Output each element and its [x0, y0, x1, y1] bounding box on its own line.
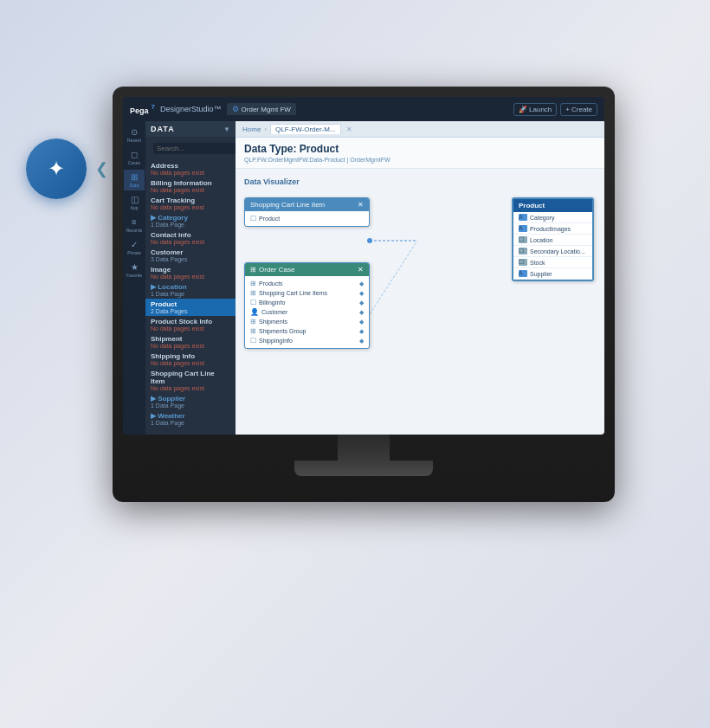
shipping-info-link-icon: ◆ — [359, 338, 364, 345]
order-case-close-icon[interactable]: ✕ — [358, 266, 364, 274]
breadcrumb-close[interactable]: ✕ — [346, 126, 352, 133]
sidebar-item-weather[interactable]: ▶ Weather 1 Data Page — [145, 410, 236, 428]
item-name-location: ▶ Location — [151, 283, 230, 291]
order-case-icon: ⊞ — [250, 266, 256, 274]
images-icon: A — [519, 225, 527, 232]
nav-tab-order[interactable]: ⚙ Order Mgmt FW — [227, 103, 296, 115]
sidebar-item-address[interactable]: Address No data pages exist — [145, 160, 236, 177]
page-header: Data Type: Product QLP.FW.OrderMgmtFW.Da… — [236, 138, 604, 169]
item-name-billing: Billing Information — [151, 179, 230, 187]
shopping-icon: ⊞ — [250, 289, 256, 297]
sidebar-item-contact[interactable]: Contact Info No data pages exist — [145, 229, 236, 247]
plus-icon: + — [565, 106, 570, 113]
supplier-label: Supplier — [530, 271, 552, 277]
sidebar-item-billing[interactable]: Billing Information No data pages exist — [145, 177, 236, 195]
sidebar-item-image[interactable]: Image No data pages exist — [145, 264, 236, 281]
shopping-link-icon: ◆ — [359, 290, 364, 297]
data-icon: ⊞ — [131, 172, 138, 182]
order-case-box: ⊞ Order Case ✕ ⊞ Products ◆ — [244, 262, 370, 349]
logo: Pega 7 — [130, 103, 155, 115]
item-name-shopping-cart: Shopping Cart Line Item — [151, 370, 230, 385]
sidebar-item-private[interactable]: ✓ Private — [124, 237, 145, 258]
shopping-cart-box-body: ☐ Product — [245, 211, 369, 226]
item-name-product: Product — [151, 300, 230, 308]
page-wrapper: ✦ ❮ Pega 7 DesignerStudio™ ⚙ Order Mgmt … — [0, 0, 710, 728]
order-case-title: Order Case — [259, 266, 358, 274]
shipments-link-icon: ◆ — [359, 319, 364, 325]
customer-link-icon: ◆ — [359, 309, 364, 316]
app-label: App — [131, 205, 139, 210]
monitor-stand-base — [294, 461, 433, 476]
create-button[interactable]: + Create — [560, 103, 597, 116]
hub-circle: ✦ — [26, 139, 87, 199]
item-name-customer: Customer — [151, 248, 230, 256]
sidebar-item-customer[interactable]: Customer 3 Data Pages — [145, 247, 236, 264]
private-icon: ✓ — [131, 240, 138, 249]
launch-button[interactable]: 🚀 Launch — [513, 103, 557, 116]
hub-icon: ✦ — [48, 157, 65, 181]
sidebar-item-shopping-cart[interactable]: Shopping Cart Line Item No data pages ex… — [145, 368, 236, 393]
location-icon: ☐ — [519, 236, 527, 243]
item-sub-billing: No data pages exist — [151, 187, 230, 193]
favorite-label: Favorite — [126, 273, 142, 278]
item-name-category: ▶ Category — [151, 214, 230, 222]
shipping-info-icon: ☐ — [250, 337, 256, 345]
recent-label: Recent — [127, 138, 141, 143]
app-icon: ◫ — [131, 195, 139, 204]
billing-label: BillingInfo — [259, 300, 285, 306]
shipments-icon: ⊞ — [250, 318, 256, 325]
item-name-cart-tracking: Cart Tracking — [151, 196, 230, 204]
product-box: Product A Category A ProductImages — [512, 197, 594, 281]
shopping-cart-box-title: Shopping Cart Line Item — [250, 201, 325, 209]
sidebar-item-data[interactable]: ⊞ Data — [124, 170, 145, 190]
order-case-row-shipments-group: ⊞ Shipments Group ◆ — [250, 326, 364, 336]
shopping-cart-box: Shopping Cart Line Item ✕ ☐ Product — [244, 197, 370, 227]
svg-line-2 — [370, 241, 417, 314]
sidebar-item-shipping-info[interactable]: Shipping Info No data pages exist — [145, 351, 236, 368]
visualizer-area: Data Visualizer — [236, 169, 604, 435]
sidebar-item-category[interactable]: ▶ Category 1 Data Page — [145, 212, 236, 229]
shipments-label: Shipments — [259, 319, 287, 325]
order-case-row-shopping: ⊞ Shopping Cart Line Items ◆ — [250, 288, 364, 298]
item-sub-customer: 3 Data Pages — [151, 256, 230, 262]
breadcrumb-home[interactable]: Home — [242, 126, 261, 133]
item-sub-shipping-info: No data pages exist — [151, 360, 230, 366]
sidebar-item-records[interactable]: ≡ Records — [124, 215, 145, 235]
sidebar-title: DATA — [151, 125, 175, 133]
sidebar-item-favorite[interactable]: ★ Favorite — [124, 260, 145, 280]
item-sub-cart-tracking: No data pages exist — [151, 204, 230, 210]
billing-icon: ☐ — [250, 299, 256, 306]
breadcrumb-current[interactable]: QLF-FW-Order-M... — [270, 124, 341, 134]
images-label: ProductImages — [530, 226, 571, 232]
product-item-location: ☐ Location — [513, 235, 592, 246]
visualizer-title: Data Visualizer — [244, 177, 596, 186]
products-label: Products — [259, 280, 283, 287]
sidebar-header: DATA ▼ — [145, 121, 236, 137]
sidebar-item-product[interactable]: Product 2 Data Pages — [145, 299, 236, 316]
sidebar-item-location[interactable]: ▶ Location 1 Data Page — [145, 281, 236, 299]
sidebar-item-cart-tracking[interactable]: Cart Tracking No data pages exist — [145, 195, 236, 212]
version-text: 7 — [152, 103, 155, 111]
monitor-stand-neck — [338, 435, 390, 461]
sidebar-items-list: Address No data pages exist Billing Info… — [145, 158, 236, 435]
sidebar-item-app[interactable]: ◫ App — [124, 192, 145, 213]
sidebar-item-shipment[interactable]: Shipment No data pages exist — [145, 333, 236, 351]
item-sub-product-stock: No data pages exist — [151, 325, 230, 332]
sidebar: ⊙ Recent ◻ Cases ⊞ Data ◫ — [123, 121, 236, 435]
sidebar-item-cases[interactable]: ◻ Cases — [124, 147, 145, 168]
sidebar-dropdown-icon[interactable]: ▼ — [223, 126, 230, 133]
search-input[interactable] — [153, 143, 238, 154]
sidebar-item-product-stock[interactable]: Product Stock Info No data pages exist — [145, 316, 236, 333]
sidebar-item-recent[interactable]: ⊙ Recent — [124, 125, 145, 145]
product-item-stock: ☐ Stock — [513, 257, 592, 268]
shopping-cart-close-icon[interactable]: ✕ — [358, 201, 364, 209]
sidebar-item-supplier[interactable]: ▶ Supplier 1 Data Page — [145, 393, 236, 410]
nav-bar: Pega 7 DesignerStudio™ ⚙ Order Mgmt FW 🚀… — [123, 97, 604, 121]
item-name-contact: Contact Info — [151, 231, 230, 239]
item-name-shipment: Shipment — [151, 335, 230, 343]
products-icon: ⊞ — [250, 280, 256, 287]
breadcrumb-bar: Home › QLF-FW-Order-M... ✕ — [236, 121, 604, 138]
monitor-screen: Pega 7 DesignerStudio™ ⚙ Order Mgmt FW 🚀… — [123, 97, 604, 435]
customer-label: Customer — [261, 309, 287, 315]
order-case-row-billing: ☐ BillingInfo ◆ — [250, 298, 364, 307]
